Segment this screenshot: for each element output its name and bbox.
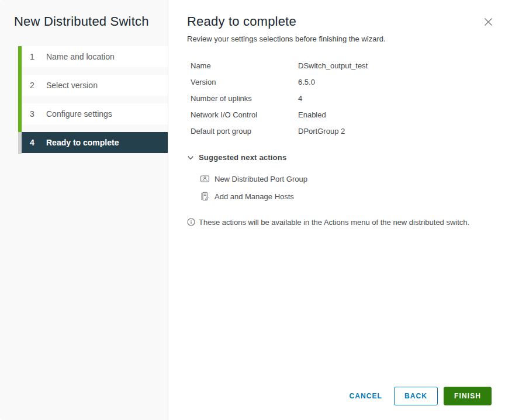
step-number: 2	[28, 81, 36, 90]
progress-bar-completed	[18, 46, 22, 132]
hosts-edit-icon	[200, 192, 210, 201]
wizard-title: New Distributed Switch	[14, 14, 168, 29]
page-subtitle: Review your settings selections before f…	[187, 34, 491, 43]
table-row-name: Name DSwitch_output_test	[187, 57, 491, 74]
action-new-distributed-port-group[interactable]: New Distributed Port Group	[200, 170, 491, 188]
row-value: 6.5.0	[298, 78, 315, 86]
finish-button[interactable]: FINISH	[444, 387, 492, 405]
suggested-next-actions-header: Suggested next actions	[199, 153, 286, 162]
step-name-and-location[interactable]: 1 Name and location	[22, 46, 168, 67]
row-value: DPortGroup 2	[298, 127, 345, 136]
row-label: Network I/O Control	[191, 110, 298, 119]
action-label: New Distributed Port Group	[215, 175, 307, 183]
step-select-version[interactable]: 2 Select version	[22, 75, 168, 96]
row-label: Version	[191, 78, 298, 86]
wizard-footer: CANCEL BACK FINISH	[343, 387, 492, 405]
row-label: Default port group	[191, 127, 298, 136]
new-distributed-switch-dialog: New Distributed Switch 1 Name and locati…	[0, 0, 505, 420]
table-row-nioc: Network I/O Control Enabled	[187, 106, 491, 123]
step-number: 4	[28, 138, 36, 147]
port-group-icon	[200, 174, 210, 183]
row-value: Enabled	[298, 110, 326, 119]
step-ready-to-complete[interactable]: 4 Ready to complete	[20, 132, 168, 153]
step-label: Ready to complete	[46, 138, 119, 147]
info-note: These actions will be available in the A…	[187, 217, 489, 228]
step-number: 1	[28, 52, 36, 61]
chevron-down-icon	[187, 154, 194, 161]
back-button[interactable]: BACK	[394, 387, 438, 405]
close-button[interactable]	[482, 15, 494, 28]
action-label: Add and Manage Hosts	[215, 192, 294, 201]
table-row-version: Version 6.5.0	[187, 74, 491, 90]
info-note-text: These actions will be available in the A…	[199, 218, 469, 227]
info-icon	[187, 218, 195, 228]
table-row-uplinks: Number of uplinks 4	[187, 90, 491, 106]
row-label: Name	[191, 61, 298, 70]
wizard-sidebar: New Distributed Switch 1 Name and locati…	[0, 0, 168, 420]
cancel-button[interactable]: CANCEL	[343, 387, 388, 405]
action-add-and-manage-hosts[interactable]: Add and Manage Hosts	[200, 188, 491, 205]
suggested-actions-list: New Distributed Port Group Add and Manag…	[187, 170, 491, 205]
close-icon	[484, 18, 493, 26]
suggested-next-actions-toggle[interactable]: Suggested next actions	[187, 153, 491, 162]
step-label: Name and location	[46, 52, 115, 61]
table-row-default-port-group: Default port group DPortGroup 2	[187, 123, 491, 139]
step-number: 3	[28, 109, 36, 119]
step-label: Select version	[46, 81, 98, 90]
row-label: Number of uplinks	[191, 94, 298, 103]
ready-to-complete-panel: Ready to complete Review your settings s…	[168, 0, 505, 420]
step-label: Configure settings	[46, 109, 112, 119]
wizard-steps: 1 Name and location 2 Select version 3 C…	[0, 46, 168, 153]
row-value: DSwitch_output_test	[298, 61, 368, 70]
row-value: 4	[298, 94, 302, 103]
step-configure-settings[interactable]: 3 Configure settings	[22, 103, 168, 124]
progress-bar-current	[18, 132, 22, 154]
page-title: Ready to complete	[187, 14, 491, 29]
settings-summary-table: Name DSwitch_output_test Version 6.5.0 N…	[187, 57, 491, 139]
